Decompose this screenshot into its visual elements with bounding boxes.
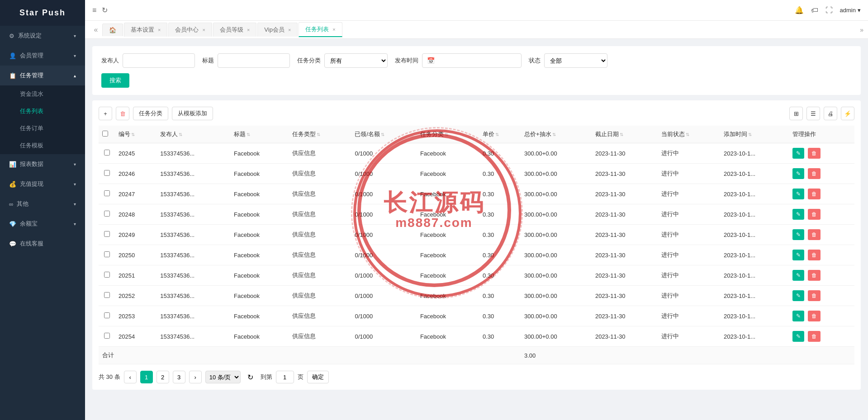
cell-deadline: 2023-11-30 [592,184,658,204]
tab-close-task-list[interactable]: × [332,27,335,32]
tab-home[interactable]: 🏠 [102,24,123,36]
page-1-button[interactable]: 1 [140,371,153,383]
tab-vip[interactable]: Vip会员 × [257,23,298,37]
edit-button-5[interactable]: ✎ [792,250,804,260]
delete-button[interactable]: 🗑 [116,107,129,120]
sidebar-item-report[interactable]: 📊 报表数据 ▾ [0,154,85,174]
delete-btn-2[interactable]: 🗑 [808,189,821,199]
edit-button-1[interactable]: ✎ [792,168,804,179]
arrow-up-icon: ▴ [74,73,76,78]
edit-button-7[interactable]: ✎ [792,290,804,301]
cell-total-price: 300.00+0.00 [521,204,592,225]
row-checkbox-0[interactable] [104,150,110,156]
sidebar-item-task[interactable]: 📋 任务管理 ▴ [0,66,85,85]
status-label: 状态 [529,57,541,65]
search-button[interactable]: 搜索 [101,73,129,88]
cell-status: 进行中 [658,306,720,326]
delete-btn-0[interactable]: 🗑 [808,148,821,159]
tab-task-list[interactable]: 任务列表 × [299,22,342,37]
row-checkbox-2[interactable] [104,190,110,196]
page-2-button[interactable]: 2 [157,371,169,383]
category-button[interactable]: 任务分类 [133,107,168,120]
tab-basic[interactable]: 基本设置 × [124,23,167,37]
row-checkbox-6[interactable] [104,272,110,278]
goto-label: 到第 [261,373,272,381]
next-page-button[interactable]: › [189,371,202,383]
tab-close-member-level[interactable]: × [247,27,250,33]
goto-page-input[interactable] [276,371,294,383]
publish-time-picker[interactable]: 📅 [422,53,522,68]
category-select[interactable]: 所有 [324,53,388,68]
delete-btn-1[interactable]: 🗑 [808,168,821,179]
delete-btn-9[interactable]: 🗑 [808,331,821,342]
row-checkbox-7[interactable] [104,292,110,298]
sidebar-item-other[interactable]: ∞ 其他 ▾ [0,194,85,214]
row-checkbox-4[interactable] [104,231,110,237]
cell-add-time: 2023-10-1... [720,326,789,347]
row-checkbox-9[interactable] [104,333,110,339]
row-checkbox-5[interactable] [104,251,110,257]
title-input[interactable] [218,53,290,68]
edit-button-9[interactable]: ✎ [792,331,804,342]
app-logo: Star Push [0,0,85,26]
row-checkbox-8[interactable] [104,312,110,318]
refresh-page-icon[interactable]: ↻ [244,371,257,383]
tab-close-member-center[interactable]: × [202,27,205,33]
edit-button-8[interactable]: ✎ [792,311,804,321]
tab-close-basic[interactable]: × [158,27,161,33]
delete-btn-8[interactable]: 🗑 [808,311,821,321]
publisher-input[interactable] [123,53,195,68]
cell-task-type: 供应信息 [289,286,351,306]
edit-button-6[interactable]: ✎ [792,270,804,281]
sidebar-item-member[interactable]: 👤 会员管理 ▾ [0,46,85,66]
notification-icon[interactable]: 🔔 [795,6,804,14]
edit-button-2[interactable]: ✎ [792,189,804,199]
table-row: 20250 153374536... Facebook 供应信息 0/1000 … [99,245,854,265]
per-page-select[interactable]: 10 条/页 20 条/页 50 条/页 [205,371,241,383]
tabs-back-arrow[interactable]: « [90,24,102,36]
search-panel: 发布人 标题 任务分类 所有 发布时间 📅 [92,46,861,95]
row-checkbox-3[interactable] [104,211,110,217]
sidebar-item-task-tpl[interactable]: 任务模板 [0,137,85,154]
sidebar-item-balance[interactable]: 💎 余额宝 ▾ [0,214,85,234]
grid-view-icon[interactable]: ⊞ [789,107,803,120]
sidebar-item-system[interactable]: ⚙ 系统设定 ▾ [0,26,85,46]
delete-btn-6[interactable]: 🗑 [808,270,821,281]
delete-btn-7[interactable]: 🗑 [808,290,821,301]
refresh-icon[interactable]: ↻ [102,6,108,14]
menu-toggle-icon[interactable]: ≡ [92,6,96,14]
fullscreen-icon[interactable]: ⛶ [825,6,833,14]
tab-member-level[interactable]: 会员等级 × [213,23,256,37]
add-button[interactable]: + [99,107,112,120]
select-all-checkbox[interactable] [102,131,108,137]
sidebar-item-task-list[interactable]: 任务列表 [0,103,85,120]
tab-close-vip[interactable]: × [288,27,291,33]
tab-member-center[interactable]: 会员中心 × [168,23,212,37]
delete-btn-5[interactable]: 🗑 [808,250,821,260]
pagination: 共 30 条 ‹ 1 2 3 › 10 条/页 20 条/页 50 条/页 ↻ … [99,371,854,383]
edit-button-4[interactable]: ✎ [792,229,804,240]
template-add-button[interactable]: 从模板添加 [172,107,213,120]
edit-button-3[interactable]: ✎ [792,209,804,220]
edit-button-0[interactable]: ✎ [792,148,804,159]
sidebar-item-service[interactable]: 💬 在线客服 [0,234,85,254]
admin-info[interactable]: admin ▾ [840,7,861,14]
export-icon[interactable]: ⚡ [841,107,854,120]
sidebar-item-task-order[interactable]: 任务订单 [0,120,85,137]
delete-btn-3[interactable]: 🗑 [808,209,821,220]
list-view-icon[interactable]: ☰ [806,107,820,120]
cell-deadline: 2023-11-30 [592,286,658,306]
prev-page-button[interactable]: ‹ [124,371,137,383]
table-row: 20247 153374536... Facebook 供应信息 0/1000 … [99,184,854,204]
sidebar-item-funds[interactable]: 资金流水 [0,85,85,103]
print-icon[interactable]: 🖨 [824,107,837,120]
search-second-row: 搜索 [101,73,852,88]
sidebar-item-recharge[interactable]: 💰 充值提现 ▾ [0,174,85,194]
tag-icon[interactable]: 🏷 [811,6,818,14]
goto-confirm-button[interactable]: 确定 [307,371,329,383]
status-select[interactable]: 全部 [544,53,607,68]
row-checkbox-1[interactable] [104,170,110,176]
page-3-button[interactable]: 3 [173,371,185,383]
delete-btn-4[interactable]: 🗑 [808,229,821,240]
tabs-forward-arrow[interactable]: » [860,26,863,33]
